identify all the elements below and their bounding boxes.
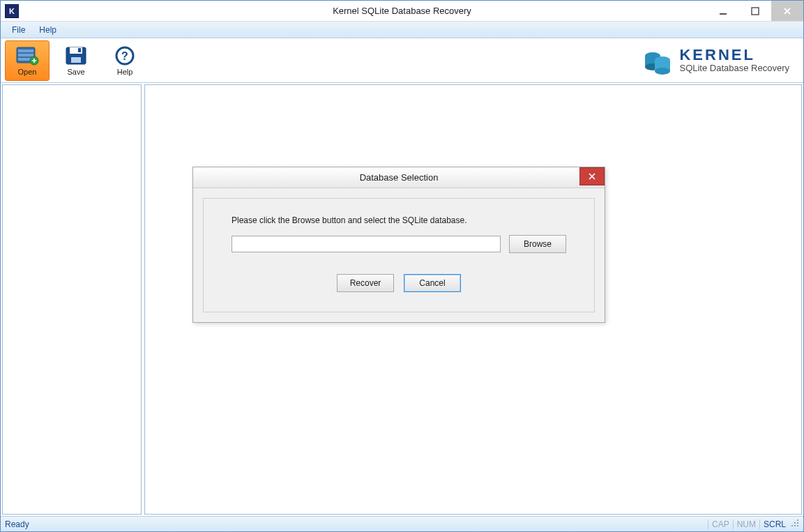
- svg-text:?: ?: [121, 50, 128, 62]
- brand-name: KERNEL: [679, 47, 789, 63]
- resize-grip[interactable]: [789, 519, 799, 529]
- cancel-button[interactable]: Cancel: [404, 274, 461, 292]
- help-label: Help: [117, 68, 133, 76]
- svg-rect-0: [720, 13, 727, 15]
- svg-point-23: [794, 522, 796, 524]
- recover-button[interactable]: Recover: [337, 274, 394, 292]
- brand-area: KERNEL SQLite Database Recovery: [642, 46, 799, 75]
- maximize-icon: [751, 7, 759, 15]
- svg-point-20: [794, 525, 796, 526]
- close-icon: [783, 7, 791, 15]
- statusbar: Ready CAP NUM SCRL: [1, 516, 803, 531]
- dialog-instruction: Please click the Browse button and selec…: [232, 215, 566, 225]
- svg-rect-4: [18, 54, 33, 56]
- close-icon: [589, 173, 596, 180]
- grip-icon: [791, 519, 799, 527]
- menubar: File Help: [1, 22, 803, 38]
- scroll-indicator: SCRL: [759, 519, 789, 529]
- svg-point-18: [655, 68, 670, 75]
- database-selection-dialog: Database Selection Please click the Brow…: [192, 167, 605, 323]
- toolbar: Open Save ? Help: [1, 38, 803, 83]
- browse-button[interactable]: Browse: [509, 235, 566, 253]
- help-icon: ?: [112, 45, 137, 67]
- dialog-title: Database Selection: [193, 172, 605, 183]
- database-open-icon: [15, 45, 40, 67]
- save-button[interactable]: Save: [54, 40, 98, 81]
- open-label: Open: [18, 68, 37, 76]
- window-title: Kernel SQLite Database Recovery: [1, 6, 803, 16]
- minimize-button[interactable]: [707, 1, 739, 21]
- database-path-input[interactable]: [232, 236, 501, 252]
- save-icon: [63, 45, 89, 67]
- open-button[interactable]: Open: [5, 40, 50, 81]
- app-icon: K: [5, 4, 19, 18]
- svg-rect-3: [18, 50, 33, 52]
- menu-file[interactable]: File: [5, 24, 32, 36]
- svg-point-22: [791, 525, 793, 526]
- status-text: Ready: [5, 519, 29, 529]
- svg-rect-10: [78, 48, 81, 52]
- brand-logo-icon: [642, 46, 674, 75]
- content-panel: Database Selection Please click the Brow…: [144, 84, 802, 515]
- close-button[interactable]: [771, 1, 803, 21]
- svg-point-24: [797, 519, 798, 521]
- dialog-buttons: Recover Cancel: [232, 274, 566, 292]
- svg-point-19: [797, 525, 798, 526]
- titlebar: K Kernel SQLite Database Recovery: [1, 1, 803, 22]
- path-row: Browse: [232, 235, 566, 253]
- tree-panel: [2, 84, 142, 515]
- svg-rect-1: [752, 8, 759, 15]
- brand-sub: SQLite Database Recovery: [679, 63, 789, 73]
- save-label: Save: [67, 68, 84, 76]
- brand-text: KERNEL SQLite Database Recovery: [679, 47, 789, 73]
- dialog-body: Please click the Browse button and selec…: [203, 198, 595, 312]
- dialog-titlebar: Database Selection: [193, 167, 605, 188]
- svg-rect-9: [71, 57, 81, 63]
- caps-indicator: CAP: [708, 519, 733, 529]
- maximize-button[interactable]: [739, 1, 771, 21]
- svg-point-21: [797, 522, 798, 524]
- minimize-icon: [719, 7, 727, 15]
- window-controls: [707, 1, 803, 21]
- main-area: Database Selection Please click the Brow…: [1, 83, 803, 516]
- num-indicator: NUM: [733, 519, 759, 529]
- dialog-close-button[interactable]: [579, 167, 605, 185]
- menu-help[interactable]: Help: [32, 24, 63, 36]
- help-button[interactable]: ? Help: [103, 40, 147, 81]
